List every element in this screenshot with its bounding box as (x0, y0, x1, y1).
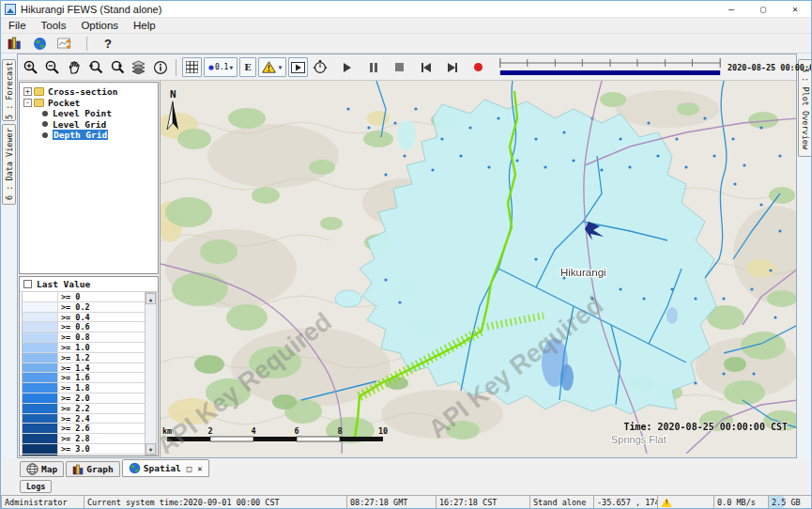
legend-row[interactable]: >= 0.8 (23, 332, 145, 343)
legend-row[interactable]: >= 3.0 (23, 444, 145, 455)
legend-color-swatch (23, 404, 58, 413)
profile-button[interactable]: E (239, 57, 256, 77)
legend-row[interactable]: >= 0.6 (23, 322, 145, 332)
globe-map-icon[interactable] (30, 34, 50, 54)
tab-spatial[interactable]: Spatial □ ✕ (122, 459, 209, 477)
status-warning-cell[interactable] (657, 495, 713, 509)
status-memory-gauge[interactable]: 2.5 GB (768, 495, 812, 509)
pause-button[interactable] (363, 57, 383, 77)
thresholds-dropdown[interactable]: ▼ (258, 57, 286, 77)
legend-list: >= 0 >= 0.2 >= 0.4 >= 0.6 >= 0.8 >= 1.0 … (22, 292, 145, 455)
tab-graph[interactable]: Graph (66, 461, 120, 477)
zoom-next-icon[interactable] (107, 57, 127, 77)
legend-scrollbar[interactable]: ▲ ▼ (145, 292, 157, 455)
status-local-time: 16:27:18 CST (436, 495, 529, 509)
info-icon[interactable] (150, 57, 170, 77)
collapse-icon[interactable]: - (23, 99, 32, 107)
legend-color-swatch (23, 363, 58, 373)
scroll-up-icon[interactable]: ▲ (146, 293, 156, 304)
svg-text:10: 10 (378, 426, 388, 436)
menu-tools[interactable]: Tools (34, 20, 74, 31)
skip-to-end-button[interactable] (442, 57, 462, 77)
main-region: 5 : Forecast 6 : Data Viewer 3 : Plot Ov… (1, 54, 812, 458)
play-button[interactable] (337, 57, 357, 77)
status-download-speed: 0.0 MB/s (713, 495, 768, 509)
blue-globe-icon (129, 462, 141, 474)
menu-help[interactable]: Help (126, 20, 163, 31)
timer-icon[interactable] (310, 57, 329, 77)
legend-row[interactable]: >= 0.4 (23, 313, 145, 323)
zoom-in-icon[interactable] (21, 57, 40, 77)
menu-options[interactable]: Options (73, 20, 126, 31)
menu-file[interactable]: File (1, 20, 34, 31)
legend-row[interactable]: >= 1.6 (23, 373, 145, 383)
status-bar: Administrator Current system time:2020-0… (1, 495, 812, 509)
logs-button[interactable]: Logs (20, 480, 52, 493)
tree-item-cross-section[interactable]: + Cross-section (20, 86, 158, 98)
legend-row[interactable]: >= 1.2 (23, 353, 145, 363)
contour-interval-select[interactable]: 0.1 ▼ (204, 57, 237, 77)
node-bullet-icon (42, 121, 48, 127)
tree-item-pocket[interactable]: - Pocket (20, 98, 158, 109)
minimize-button[interactable]: — (715, 1, 747, 17)
help-icon[interactable]: ? (99, 37, 117, 51)
tree-item-level-point[interactable]: Level Point (20, 108, 158, 119)
maximize-button[interactable]: ▢ (747, 1, 779, 17)
stop-button[interactable] (390, 57, 409, 77)
folder-icon (34, 87, 44, 96)
legend-row[interactable]: >= 2.4 (23, 414, 145, 424)
tab-data-viewer[interactable]: 6 : Data Viewer (2, 124, 16, 205)
legend-row[interactable]: >= 2.2 (23, 404, 145, 414)
legend-row[interactable]: >= 2.0 (23, 393, 145, 404)
grid-toggle-icon[interactable] (182, 57, 202, 77)
legend-row[interactable]: >= 1.8 (23, 383, 145, 393)
display-tab-bar: Map Graph Spatial □ ✕ (17, 458, 797, 477)
tab-forecast[interactable]: 5 : Forecast (2, 59, 16, 121)
close-button[interactable]: ✕ (779, 1, 811, 17)
chart-scale-icon[interactable] (55, 34, 75, 54)
svg-text:4: 4 (251, 426, 255, 436)
layers-icon[interactable] (129, 57, 148, 77)
map-canvas[interactable]: ​ (160, 81, 796, 457)
expand-icon[interactable]: + (23, 87, 32, 96)
node-bullet-icon (42, 111, 48, 116)
legend-row[interactable]: >= 0 (23, 292, 145, 302)
status-mode: Stand alone (529, 495, 593, 509)
time-slider[interactable] (498, 56, 723, 79)
legend-color-swatch (23, 444, 58, 454)
legend-row[interactable]: >= 2.8 (23, 434, 145, 444)
tree-item-level-grid[interactable]: Level Grid (20, 119, 158, 131)
legend-panel: Last Value >= 0 >= 0.2 >= 0.4 >= 0.6 >= … (19, 276, 159, 456)
tab-plot-overview[interactable]: 3 : Plot Overview (798, 59, 812, 157)
animation-button[interactable] (288, 57, 308, 77)
scroll-down-icon[interactable]: ▼ (146, 443, 156, 455)
database-bars-icon[interactable] (5, 34, 24, 54)
legend-color-swatch (23, 424, 58, 433)
svg-text:8: 8 (337, 426, 342, 436)
pan-hand-icon[interactable] (64, 57, 84, 77)
title-bar[interactable]: Hikurangi FEWS (Stand alone) — ▢ ✕ (1, 1, 811, 18)
legend-row[interactable]: >= 1.0 (23, 343, 145, 353)
skip-to-start-button[interactable] (416, 57, 436, 77)
tab-close-icon[interactable]: ✕ (197, 464, 202, 473)
timeline-current-time: 2020-08-25 00:00:00 CST (725, 63, 812, 72)
legend-color-swatch (23, 313, 58, 322)
status-gmt-time: 08:27:18 GMT (346, 495, 436, 509)
legend-color-swatch (23, 455, 58, 456)
main-toolbar: ? (1, 34, 811, 54)
legend-row[interactable]: >= 2.6 (23, 424, 145, 434)
legend-row[interactable]: >= 1.4 (23, 363, 145, 374)
legend-row[interactable]: >= 3.2 (23, 455, 145, 456)
warning-icon (661, 498, 672, 507)
legend-color-swatch (23, 373, 58, 382)
tree-item-depth-grid[interactable]: Depth Grid (20, 130, 158, 141)
warning-icon (262, 61, 276, 73)
zoom-out-icon[interactable] (42, 57, 62, 77)
tab-map[interactable]: Map (20, 461, 64, 477)
record-button[interactable] (468, 57, 488, 77)
tab-restore-icon[interactable]: □ (187, 464, 192, 473)
last-value-checkbox[interactable] (23, 280, 32, 288)
zoom-previous-icon[interactable] (85, 57, 105, 77)
contour-interval-value: 0.1 (215, 63, 228, 71)
legend-row[interactable]: >= 0.2 (23, 302, 145, 313)
